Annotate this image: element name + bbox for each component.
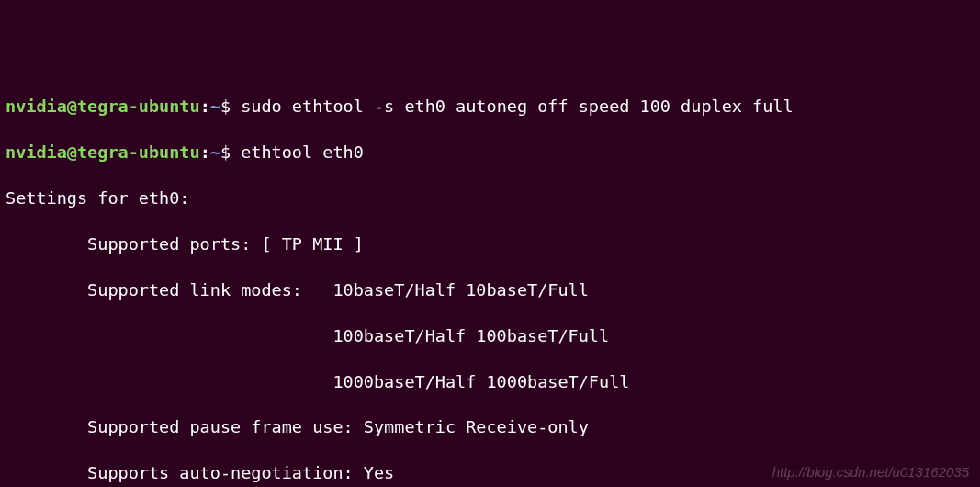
prompt-line-2: nvidia@tegra-ubuntu:~$ ethtool eth0	[6, 142, 974, 164]
prompt-dollar: $	[220, 142, 231, 162]
command-1: sudo ethtool -s eth0 autoneg off speed 1…	[231, 96, 794, 116]
prompt-path: ~	[210, 96, 220, 116]
output-line: Settings for eth0:	[6, 187, 974, 210]
output-line: 100baseT/Half 100baseT/Full	[6, 325, 974, 348]
prompt-path: ~	[210, 142, 220, 162]
prompt-colon: :	[200, 96, 210, 116]
prompt-colon: :	[200, 142, 210, 162]
output-line: Supported pause frame use: Symmetric Rec…	[6, 416, 974, 439]
output-line: 1000baseT/Half 1000baseT/Full	[6, 371, 974, 394]
prompt-user-host: nvidia@tegra-ubuntu	[6, 96, 200, 116]
prompt-dollar: $	[220, 96, 231, 116]
output-line: Supported ports: [ TP MII ]	[6, 233, 974, 256]
prompt-user-host: nvidia@tegra-ubuntu	[6, 142, 200, 162]
watermark-text: http://blog.csdn.net/u013162035	[772, 463, 969, 481]
prompt-line-1: nvidia@tegra-ubuntu:~$ sudo ethtool -s e…	[6, 96, 974, 119]
output-line: Supported link modes: 10baseT/Half 10bas…	[6, 279, 974, 302]
command-2: ethtool eth0	[231, 142, 364, 162]
